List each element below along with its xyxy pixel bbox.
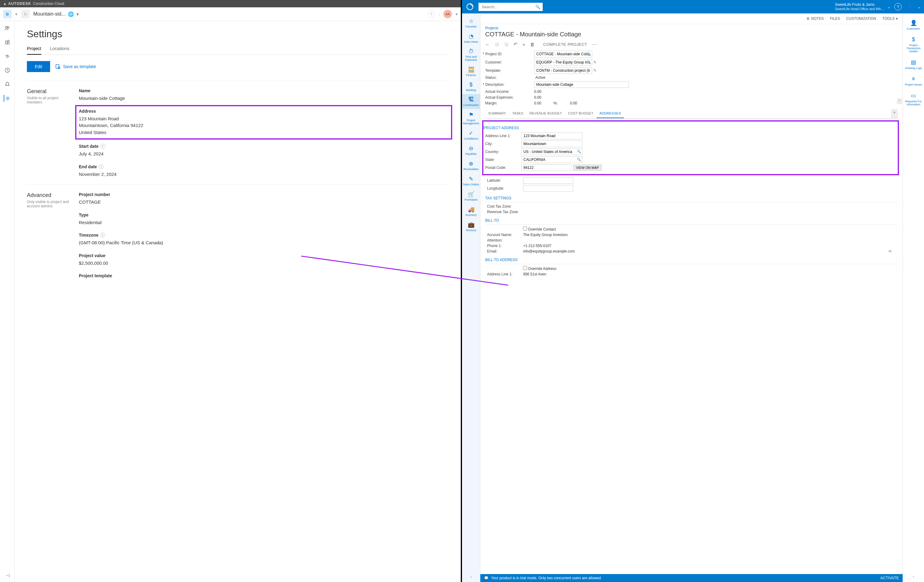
sidebar-notifications-icon[interactable] [4,81,11,88]
company-selector[interactable]: SweetLife Fruits & Jams SweetLife Head O… [835,2,884,11]
user-dropdown-caret[interactable]: ▾ [455,12,458,16]
activate-link[interactable]: ACTIVATE [880,576,899,580]
nav-receivables[interactable]: ⊕Receivables [462,158,480,173]
search-box[interactable]: 🔍 [478,3,543,11]
country-input[interactable] [521,148,582,155]
description-input[interactable] [534,81,629,88]
tab-locations[interactable]: Locations [50,46,69,55]
addr-line1-input[interactable] [521,133,582,139]
nav-favorites[interactable]: ☆Favorites [462,15,480,31]
autodesk-topbar: ▲ AUTODESK Construction Cloud [0,0,461,7]
sidepanel-requests-for-information[interactable]: ▭Requests For Information [903,89,924,109]
globe-icon[interactable]: 🌐 [68,11,74,17]
notes-button[interactable]: 🗎NOTES [806,16,824,21]
postal-input[interactable] [521,164,571,171]
sidepanel-collapse-icon[interactable]: ‹ [910,571,917,582]
sidebar-bridge-icon[interactable] [4,53,11,59]
state-input[interactable] [521,156,582,163]
search-icon[interactable]: 🔍 [535,5,540,9]
acumatica-logo-icon[interactable] [465,2,475,12]
nav-payables[interactable]: ⊖Payables [462,143,480,158]
nav-collapse-icon[interactable]: › [467,571,475,582]
template-input[interactable] [534,67,592,74]
tab-addresses[interactable]: ADDRESSES [596,109,624,118]
save-close-icon[interactable]: 🖫 [504,42,509,47]
info-icon[interactable]: i [101,144,106,149]
nav-compliance[interactable]: ✓Compliance [462,127,480,143]
nav-services[interactable]: 💼Services [462,219,480,234]
view-on-map-button[interactable]: VIEW ON MAP [573,164,602,171]
user-avatar[interactable]: AA [443,10,452,18]
user-dropdown-caret[interactable]: ⌄ [917,5,921,9]
edit-button[interactable]: Edit [27,61,50,72]
sidepanel-drawing-logs[interactable]: ▤Drawing Logs [903,56,924,73]
mail-icon[interactable]: ✉ [889,249,892,253]
nav-banking[interactable]: $Banking [462,79,480,94]
nav-purchases[interactable]: 🛒Purchases [462,188,480,204]
latitude-input[interactable] [523,177,573,184]
city-input[interactable] [521,140,582,147]
save-as-template-link[interactable]: Save as template [55,64,96,69]
edit-pencil-icon[interactable]: ✎ [593,68,596,73]
breadcrumb[interactable]: Projects [480,24,903,30]
customization-button[interactable]: CUSTOMIZATION [846,16,876,21]
lookup-icon[interactable]: 🔍 [587,52,591,56]
nav-project-management[interactable]: ⚑Project Management [462,109,480,127]
lookup-icon[interactable]: 🔍 [577,158,581,161]
sidebar-companies-icon[interactable] [4,39,11,46]
svg-point-0 [5,26,7,28]
files-button[interactable]: FILES [830,16,840,21]
email-value: info@equitygroup.example.com [523,249,575,253]
project-id-input[interactable] [534,51,592,58]
more-actions-icon[interactable]: ⋯ [592,41,597,47]
save-icon[interactable]: 🖫 [495,42,499,47]
override-address-checkbox[interactable]: Override Address [523,266,556,271]
nav-data-views[interactable]: ◔Data Views [462,31,480,46]
add-icon[interactable]: + [523,42,525,47]
tools-button[interactable]: TOOLS ▾ [883,16,898,21]
sync-icon[interactable]: ↻ [21,10,30,18]
help-icon[interactable]: ? [428,10,435,18]
lookup-icon[interactable]: 🔍 [587,60,591,64]
tabs-overflow-icon[interactable]: » [891,109,898,118]
user-icon[interactable]: 👤 [905,2,914,11]
nav-construction[interactable]: 🏗Construction [462,94,480,109]
delete-icon[interactable]: 🗑 [530,42,535,47]
tab-cost-budget[interactable]: COST BUDGET [565,109,596,118]
lookup-icon[interactable]: 🔍 [577,150,581,154]
back-icon[interactable]: ← [485,42,490,47]
sidebar-activity-icon[interactable] [4,67,11,74]
nav-inventory[interactable]: 🚚Inventory [462,204,480,219]
complete-project-button[interactable]: COMPLETE PROJECT [543,42,587,47]
collapse-summary-icon[interactable]: ^ [897,98,902,104]
nav-sales-orders[interactable]: ✎Sales Orders [462,173,480,188]
undo-icon[interactable]: ↶ [514,41,518,47]
override-contact-checkbox[interactable]: Override Contact [523,227,556,232]
info-icon[interactable]: i [100,233,105,238]
nav-time-and-expenses[interactable]: ⏱Time and Expenses [462,46,480,64]
company-dropdown-caret[interactable]: ⌄ [887,5,891,9]
sidebar-members-icon[interactable] [4,25,11,31]
settings-gear-button[interactable]: ⚙ [3,10,12,18]
timezone-value: (GMT-08:00) Pacific Time (US & Canada) [79,239,449,247]
help-icon[interactable]: ? [894,3,902,10]
sidepanel-customers[interactable]: 👤Customers [903,16,924,33]
info-icon[interactable]: i [99,164,104,169]
sidebar-settings-icon[interactable] [4,95,10,102]
project-dropdown-caret[interactable]: ▾ [76,11,79,17]
tab-tasks[interactable]: TASKS [509,109,526,118]
customer-input[interactable] [534,59,592,66]
search-input[interactable] [478,3,543,11]
tab-summary[interactable]: SUMMARY [485,109,509,118]
gear-dropdown-caret[interactable]: ▾ [15,12,17,16]
tab-project[interactable]: Project [27,46,41,55]
sidepanel-project-transaction-details[interactable]: $Project Transaction Details [903,33,924,56]
settings-tabs: Project Locations [27,46,449,55]
type-label: Type [79,212,449,217]
sidebar-expand-icon[interactable]: →| [4,572,11,578]
edit-pencil-icon[interactable]: ✎ [593,60,596,64]
longitude-input[interactable] [523,185,573,192]
nav-finance[interactable]: 🧮Finance [462,64,480,79]
sidepanel-project-issues[interactable]: ≡Project Issues [903,73,924,89]
tab-revenue-budget[interactable]: REVENUE BUDGET [526,109,565,118]
